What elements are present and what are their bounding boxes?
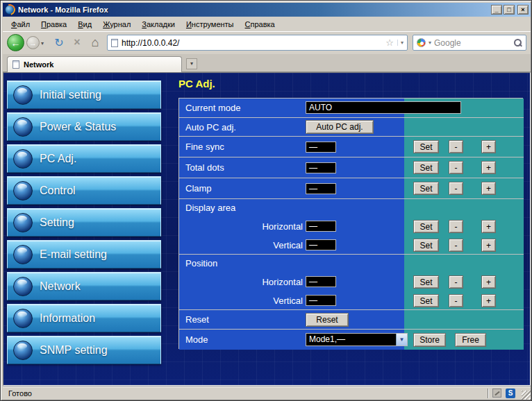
page-content: Initial setting Power & Status PC Adj. C… bbox=[3, 72, 531, 386]
reset-button[interactable]: Reset bbox=[306, 313, 349, 327]
back-icon: ← bbox=[11, 37, 21, 49]
tab-network[interactable]: Network bbox=[7, 56, 182, 72]
mode-label: Mode bbox=[185, 330, 208, 350]
sidebar-item-control[interactable]: Control bbox=[7, 176, 161, 205]
menu-history[interactable]: Журнал bbox=[97, 19, 136, 30]
row-fine-sync: Fine sync — Set - + bbox=[179, 136, 524, 157]
status-bar: Готово S bbox=[3, 386, 531, 400]
forward-icon: → bbox=[29, 39, 37, 47]
clamp-label: Clamp bbox=[185, 178, 212, 199]
sidebar-item-information[interactable]: Information bbox=[7, 304, 161, 332]
url-history-dropdown[interactable]: ▾ bbox=[397, 40, 404, 46]
clamp-plus-button[interactable]: + bbox=[481, 182, 496, 195]
menu-tools[interactable]: Инструменты bbox=[181, 19, 240, 30]
clamp-minus-button[interactable]: - bbox=[449, 182, 463, 195]
fine-sync-plus-button[interactable]: + bbox=[481, 140, 496, 153]
display-area-label: Display area bbox=[185, 199, 235, 217]
search-input[interactable]: Google bbox=[434, 38, 510, 48]
position-vertical-minus-button[interactable]: - bbox=[449, 294, 463, 307]
tab-label: Network bbox=[24, 60, 53, 69]
menu-file[interactable]: Файл bbox=[6, 19, 35, 30]
sidebar-item-initial-setting[interactable]: Initial setting bbox=[7, 80, 161, 109]
tab-overflow-button[interactable]: ▾ bbox=[186, 58, 197, 69]
clamp-set-button[interactable]: Set bbox=[413, 182, 439, 195]
sidebar-item-email-setting[interactable]: E-mail setting bbox=[7, 240, 161, 268]
stop-button[interactable]: × bbox=[69, 35, 85, 50]
status-divider bbox=[488, 389, 488, 398]
mode-select-value: Mode1,— bbox=[309, 334, 345, 345]
forward-history-dropdown[interactable]: ▾ bbox=[41, 40, 44, 46]
position-horizontal-set-button[interactable]: Set bbox=[413, 275, 439, 289]
information-icon bbox=[13, 309, 33, 328]
site-favicon bbox=[111, 39, 118, 47]
menu-help[interactable]: Справка bbox=[240, 19, 281, 30]
menu-edit[interactable]: Правка bbox=[35, 19, 72, 30]
row-mode: Mode Mode1,— ▼ Store Free bbox=[179, 329, 524, 350]
window-title: Network - Mozilla Firefox bbox=[18, 6, 491, 14]
status-text: Готово bbox=[8, 389, 483, 398]
maximize-button[interactable]: □ bbox=[504, 5, 515, 15]
search-icon[interactable] bbox=[513, 38, 522, 47]
display-area-vertical-label: Vertical bbox=[207, 236, 303, 255]
fine-sync-set-button[interactable]: Set bbox=[413, 140, 439, 153]
display-area-horizontal-label: Horizontal bbox=[207, 217, 303, 236]
home-button[interactable]: ⌂ bbox=[88, 35, 103, 50]
sidebar-item-label: Initial setting bbox=[40, 89, 101, 101]
free-button[interactable]: Free bbox=[455, 333, 486, 347]
extension-s-icon[interactable]: S bbox=[506, 389, 515, 398]
display-area-horizontal-minus-button[interactable]: - bbox=[449, 220, 463, 233]
total-dots-plus-button[interactable]: + bbox=[481, 161, 496, 174]
position-horizontal-plus-button[interactable]: + bbox=[481, 275, 496, 289]
menu-bookmarks[interactable]: Закладки bbox=[136, 19, 181, 30]
sidebar-item-setting[interactable]: Setting bbox=[7, 208, 161, 237]
row-current-mode: Current mode AUTO bbox=[179, 99, 524, 117]
refresh-icon: ↻ bbox=[54, 36, 63, 49]
sidebar-item-label: SNMP setting bbox=[40, 344, 108, 357]
position-vertical-set-button[interactable]: Set bbox=[413, 294, 439, 307]
mode-select-arrow-icon: ▼ bbox=[396, 334, 407, 345]
row-reset: Reset Reset bbox=[179, 309, 524, 329]
bookmark-star-icon[interactable]: ☆ bbox=[385, 37, 394, 48]
position-label: Position bbox=[185, 255, 217, 273]
store-button[interactable]: Store bbox=[413, 333, 446, 347]
total-dots-label: Total dots bbox=[185, 157, 224, 178]
sidebar-item-network[interactable]: Network bbox=[7, 272, 161, 300]
sidebar-item-label: E-mail setting bbox=[40, 248, 107, 261]
sidebar-item-label: Information bbox=[40, 312, 95, 325]
page-title: PC Adj. bbox=[178, 78, 215, 89]
sidebar-item-label: Control bbox=[40, 185, 76, 197]
sidebar-item-pc-adj[interactable]: PC Adj. bbox=[7, 144, 161, 173]
display-area-vertical-minus-button[interactable]: - bbox=[449, 239, 463, 252]
display-area-vertical-plus-button[interactable]: + bbox=[481, 239, 496, 252]
mode-select[interactable]: Mode1,— ▼ bbox=[306, 333, 408, 346]
display-area-horizontal-plus-button[interactable]: + bbox=[481, 220, 496, 233]
row-display-area: Display area Horizontal — Set - + Vertic… bbox=[179, 198, 524, 254]
row-auto-pc-adj: Auto PC adj. Auto PC adj. bbox=[179, 117, 524, 136]
display-area-horizontal-set-button[interactable]: Set bbox=[413, 220, 439, 233]
search-engine-dropdown[interactable]: ▾ bbox=[429, 40, 431, 46]
url-bar[interactable]: http://10.0.0.42/ ☆ ▾ bbox=[107, 35, 408, 51]
search-box[interactable]: ▾ Google bbox=[413, 35, 526, 51]
minimize-button[interactable]: _ bbox=[491, 5, 502, 15]
back-button[interactable]: ← bbox=[7, 34, 24, 51]
refresh-button[interactable]: ↻ bbox=[51, 35, 67, 50]
fine-sync-minus-button[interactable]: - bbox=[449, 140, 463, 153]
menu-view[interactable]: Вид bbox=[72, 19, 97, 30]
resize-grip[interactable] bbox=[522, 391, 531, 400]
email-setting-icon bbox=[13, 245, 33, 264]
current-mode-value: AUTO bbox=[306, 101, 461, 114]
plugin-icon[interactable] bbox=[492, 389, 501, 398]
power-status-icon bbox=[13, 117, 33, 137]
position-horizontal-minus-button[interactable]: - bbox=[449, 275, 463, 289]
google-icon bbox=[417, 38, 426, 47]
close-button[interactable]: × bbox=[517, 5, 529, 15]
auto-pc-adj-button[interactable]: Auto PC adj. bbox=[306, 120, 374, 134]
total-dots-set-button[interactable]: Set bbox=[413, 161, 439, 174]
total-dots-minus-button[interactable]: - bbox=[449, 161, 463, 174]
display-area-vertical-set-button[interactable]: Set bbox=[413, 239, 439, 252]
display-area-vertical-value: — bbox=[306, 239, 336, 250]
position-vertical-plus-button[interactable]: + bbox=[481, 294, 496, 307]
sidebar-item-snmp-setting[interactable]: SNMP setting bbox=[7, 336, 161, 364]
forward-button[interactable]: → bbox=[26, 36, 40, 49]
sidebar-item-power-status[interactable]: Power & Status bbox=[7, 112, 161, 141]
